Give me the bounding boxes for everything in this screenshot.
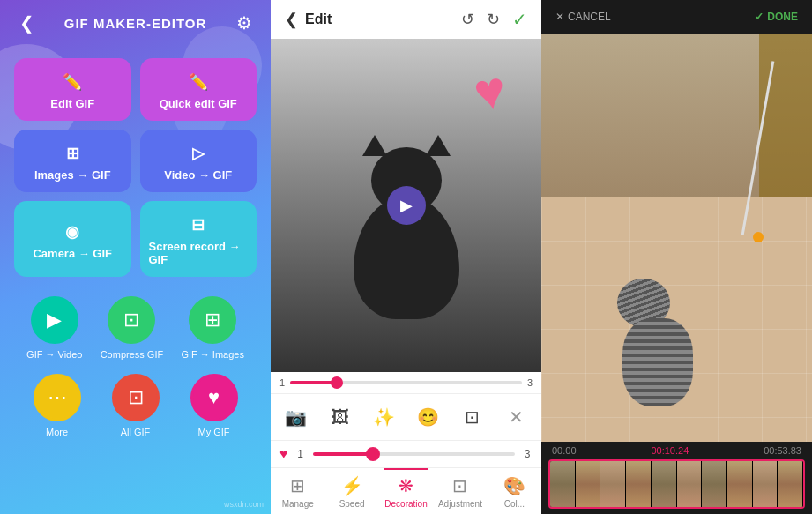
film-frame-3 bbox=[600, 461, 626, 507]
tool-camera-button[interactable]: 📷 bbox=[280, 401, 312, 433]
speed-tab-icon: ⚡ bbox=[341, 475, 363, 496]
screen-record-to-gif-button[interactable]: ⊟ Screen record → GIF bbox=[140, 201, 257, 277]
edit-header-right: ↺ ↻ ✓ bbox=[461, 9, 527, 30]
film-frame-6 bbox=[677, 461, 703, 507]
decoration-tab-icon: ❋ bbox=[399, 475, 413, 496]
images-to-gif-label: Images → GIF bbox=[34, 168, 111, 182]
video-cancel-button[interactable]: ✕ CANCEL bbox=[555, 11, 611, 23]
timecode-start: 00.00 bbox=[552, 445, 577, 456]
film-frame-8 bbox=[727, 461, 753, 507]
video-header: ✕ CANCEL ✓ DONE bbox=[541, 0, 812, 34]
my-gif-button[interactable]: ♥ My GIF bbox=[190, 374, 238, 437]
screen-record-icon: ⊟ bbox=[191, 215, 205, 235]
film-frame-1 bbox=[550, 461, 576, 507]
all-gif-button[interactable]: ⊡ All GIF bbox=[112, 374, 160, 437]
video-canvas bbox=[541, 34, 812, 442]
manage-tab-label: Manage bbox=[282, 499, 314, 509]
edit-title: Edit bbox=[305, 11, 332, 27]
my-gif-label: My GIF bbox=[197, 427, 229, 437]
tab-decoration[interactable]: ❋ Decoration bbox=[379, 468, 433, 514]
play-button[interactable]: ▶ bbox=[387, 186, 426, 225]
tool-emoji-button[interactable]: 😊 bbox=[412, 401, 443, 433]
gif-to-video-label: GIF → Video bbox=[26, 349, 82, 360]
edit-undo-button[interactable]: ↺ bbox=[461, 10, 474, 29]
gif-to-images-label: GIF → Images bbox=[181, 349, 244, 360]
floor-tiles bbox=[541, 197, 812, 442]
tab-color[interactable]: 🎨 Col... bbox=[488, 468, 541, 514]
video-timecodes: 00.00 00:10.24 00:53.83 bbox=[541, 442, 812, 459]
camera-to-gif-button[interactable]: ◉ Camera → GIF bbox=[14, 201, 131, 277]
quick-edit-gif-label: Quick edit GIF bbox=[160, 97, 237, 110]
timeline-start-num: 1 bbox=[279, 377, 285, 388]
compress-gif-label: Compress GIF bbox=[101, 349, 164, 360]
images-to-gif-icon: ⊞ bbox=[66, 144, 79, 163]
film-frame-9 bbox=[753, 461, 778, 507]
home-title: GIF MAKER-EDITOR bbox=[39, 16, 232, 31]
video-to-gif-icon: ▷ bbox=[192, 144, 205, 163]
speed-slider[interactable] bbox=[313, 452, 516, 456]
cancel-icon: ✕ bbox=[555, 11, 564, 23]
edit-tabbar: ⊞ Manage ⚡ Speed ❋ Decoration ⊡ Adjustme… bbox=[271, 467, 541, 514]
edit-header-left: ❮ Edit bbox=[285, 10, 332, 29]
my-gif-icon: ♥ bbox=[190, 374, 238, 421]
manage-tab-icon: ⊞ bbox=[290, 475, 305, 496]
film-frame-7 bbox=[702, 461, 727, 507]
edit-gif-icon: ✏️ bbox=[63, 72, 82, 92]
film-frame-5 bbox=[652, 461, 677, 507]
cancel-label: CANCEL bbox=[568, 11, 611, 23]
more-button[interactable]: ⋯ More bbox=[34, 374, 81, 437]
more-icon: ⋯ bbox=[34, 374, 81, 421]
edit-redo-button[interactable]: ↻ bbox=[487, 10, 500, 29]
heart-sticker[interactable]: ♥ bbox=[470, 63, 510, 120]
cat2-body bbox=[622, 318, 693, 406]
tab-speed[interactable]: ⚡ Speed bbox=[324, 468, 378, 514]
cat-ear-left bbox=[362, 135, 387, 156]
edit-canvas: ♥ ▶ bbox=[271, 39, 541, 372]
tab-adjustment[interactable]: ⊡ Adjustment bbox=[433, 468, 487, 514]
quick-edit-gif-button[interactable]: ✏️ Quick edit GIF bbox=[140, 58, 257, 121]
toy-ball bbox=[753, 232, 764, 242]
edit-gif-button[interactable]: ✏️ Edit GIF bbox=[14, 58, 131, 121]
tool-image-button[interactable]: 🖼 bbox=[324, 401, 356, 433]
timeline-track[interactable] bbox=[290, 381, 522, 384]
timeline-thumb[interactable] bbox=[331, 376, 343, 389]
gif-to-images-button[interactable]: ⊞ GIF → Images bbox=[181, 296, 244, 360]
gif-to-images-icon: ⊞ bbox=[189, 296, 236, 344]
home-back-button[interactable]: ❮ bbox=[14, 12, 39, 34]
video-done-button[interactable]: ✓ DONE bbox=[755, 11, 798, 23]
camera-to-gif-icon: ◉ bbox=[65, 222, 79, 242]
home-circles-row2: ⋯ More ⊡ All GIF ♥ My GIF bbox=[0, 367, 271, 444]
video-filmstrip[interactable] bbox=[548, 459, 805, 509]
edit-slider-row: ♥ 1 3 bbox=[271, 440, 541, 467]
tool-text-button[interactable]: ⊡ bbox=[456, 401, 488, 433]
done-label: DONE bbox=[767, 11, 798, 23]
compress-gif-button[interactable]: ⊡ Compress GIF bbox=[101, 296, 164, 360]
tool-effect-button[interactable]: ✨ bbox=[369, 401, 400, 433]
film-frame-4 bbox=[626, 461, 652, 507]
video-to-gif-label: Video → GIF bbox=[164, 168, 232, 182]
gif-to-video-icon: ▶ bbox=[31, 296, 78, 344]
timecode-end: 00:53.83 bbox=[764, 445, 801, 456]
edit-confirm-button[interactable]: ✓ bbox=[512, 9, 527, 30]
edit-gif-label: Edit GIF bbox=[50, 97, 94, 110]
tab-manage[interactable]: ⊞ Manage bbox=[271, 468, 324, 514]
film-frame-2 bbox=[576, 461, 601, 507]
speed-slider-thumb[interactable] bbox=[366, 447, 380, 461]
tool-close-button[interactable]: ✕ bbox=[500, 401, 532, 433]
quick-edit-gif-icon: ✏️ bbox=[189, 72, 208, 92]
images-to-gif-button[interactable]: ⊞ Images → GIF bbox=[14, 130, 131, 192]
edit-tools-row: 📷 🖼 ✨ 😊 ⊡ ✕ bbox=[271, 393, 541, 440]
timecode-mid: 00:10.24 bbox=[651, 445, 689, 456]
home-main-grid: ✏️ Edit GIF ✏️ Quick edit GIF ⊞ Images →… bbox=[0, 51, 271, 284]
edit-timeline: 1 3 bbox=[271, 372, 541, 393]
speed-tab-label: Speed bbox=[339, 499, 365, 509]
gif-to-video-button[interactable]: ▶ GIF → Video bbox=[26, 296, 82, 360]
video-to-gif-button[interactable]: ▷ Video → GIF bbox=[140, 130, 257, 192]
video-panel: ✕ CANCEL ✓ DONE 00.00 00:10.24 00:53.83 bbox=[541, 0, 812, 514]
all-gif-icon: ⊡ bbox=[112, 374, 160, 421]
edit-back-button[interactable]: ❮ bbox=[285, 10, 298, 29]
edit-panel: ❮ Edit ↺ ↻ ✓ ♥ ▶ 1 3 � bbox=[271, 0, 541, 514]
timeline-end-num: 3 bbox=[527, 377, 533, 388]
edit-header: ❮ Edit ↺ ↻ ✓ bbox=[271, 0, 541, 39]
screen-record-label: Screen record → GIF bbox=[149, 240, 249, 266]
